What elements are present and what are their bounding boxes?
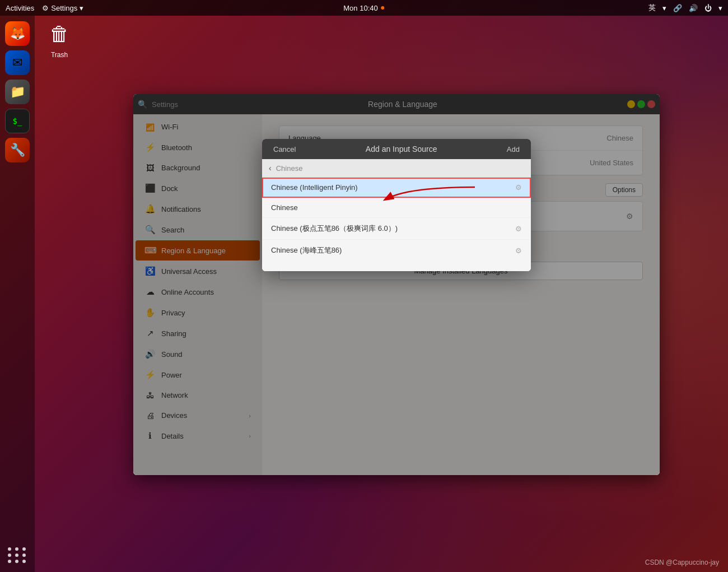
trash-desktop-icon[interactable]: 🗑 Trash [45,20,74,59]
volume-icon: 🔊 [689,4,698,12]
haifeng-wubi-gear-icon: ⚙ [515,247,522,255]
wubi86-gear-icon: ⚙ [515,225,522,233]
notification-dot [381,6,385,10]
dialog-list-item-wubi86[interactable]: Chinese (极点五笔86（极爽词库 6.0）) ⚙ [262,218,531,240]
grid-dot [8,560,11,563]
dialog-breadcrumb-text: Chinese [276,164,303,173]
dialog-breadcrumb: ‹ Chinese [262,159,531,178]
terminal-icon: $_ [13,117,22,125]
network-icon: 🔗 [673,4,682,12]
haifeng-wubi-label: Chinese (海峰五笔86) [271,245,342,255]
settings-menu[interactable]: ⚙ Settings ▾ [42,4,83,12]
intelligent-pinyin-gear-icon: ⚙ [515,183,522,192]
dock-email[interactable]: ✉ [5,50,30,75]
files-icon: 📁 [10,85,25,99]
dock: 🦊 ✉ 📁 $_ 🔧 [0,16,35,572]
firefox-icon: 🦊 [10,26,25,41]
intelligent-pinyin-label: Chinese (Intelligent Pinyin) [271,183,358,192]
grid-dot [15,547,18,551]
grid-dot [22,554,26,557]
add-input-source-dialog: Cancel Add an Input Source Add ‹ Chinese… [262,139,531,271]
topbar: Activities ⚙ Settings ▾ Mon 10:40 英 ▾ 🔗 … [0,0,728,16]
grid-dot [8,554,11,557]
grid-dot [15,560,18,563]
settings-window: 🔍 Settings Region & Language Wi-Fi ⚡ Blu… [133,94,660,475]
chinese-label: Chinese [271,203,298,212]
lang-arrow: ▾ [662,4,666,12]
gear-icon: ⚙ [42,4,49,12]
dialog-input-list: Chinese (Intelligent Pinyin) ⚙ Chinese C… [262,178,531,261]
dock-firefox[interactable]: 🦊 [5,21,30,46]
dialog-body: ‹ Chinese Chinese (Intelligent Pinyin) ⚙… [262,159,531,271]
power-arrow: ▾ [718,4,722,12]
app-grid-button[interactable] [8,547,27,563]
grid-dot [15,554,18,557]
dialog-title: Add an Input Source [366,145,437,154]
settings-label: Settings [51,4,77,12]
dialog-cancel-button[interactable]: Cancel [269,143,300,156]
settings-dock-icon: 🔧 [10,143,25,157]
dock-terminal[interactable]: $_ [5,109,30,133]
dialog-list-item-haifeng-wubi[interactable]: Chinese (海峰五笔86) ⚙ [262,240,531,261]
trash-icon: 🗑 [45,20,74,49]
dialog-add-button[interactable]: Add [502,143,524,156]
dialog-titlebar: Cancel Add an Input Source Add [262,139,531,159]
grid-dot [8,547,11,551]
dock-settings[interactable]: 🔧 [5,138,30,162]
datetime-label: Mon 10:40 [343,4,377,12]
dialog-list-item-intelligent-pinyin[interactable]: Chinese (Intelligent Pinyin) ⚙ [262,178,531,198]
dialog-back-button[interactable]: ‹ [269,164,272,173]
wubi86-label: Chinese (极点五笔86（极爽词库 6.0）) [271,224,398,234]
lang-indicator[interactable]: 英 [648,3,656,13]
email-icon: ✉ [12,55,22,70]
dialog-overlay: Cancel Add an Input Source Add ‹ Chinese… [133,94,660,475]
grid-dot [22,547,26,551]
trash-label: Trash [51,51,68,59]
settings-arrow: ▾ [80,4,83,12]
watermark: CSDN @Cappuccino-jay [645,559,719,566]
dialog-list-item-chinese[interactable]: Chinese [262,198,531,218]
activities-button[interactable]: Activities [6,4,34,12]
dock-files[interactable]: 📁 [5,80,30,104]
power-menu-icon[interactable]: ⏻ [704,4,712,12]
grid-dot [22,560,26,563]
